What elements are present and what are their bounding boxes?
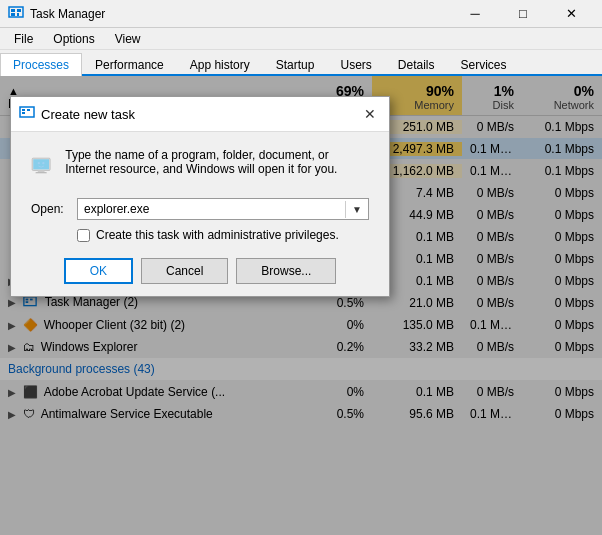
pc-icon — [31, 148, 51, 184]
checkbox-row: Create this task with administrative pri… — [31, 228, 369, 242]
dialog-open-row: Open: ▼ — [31, 198, 369, 220]
close-button[interactable]: ✕ — [548, 3, 594, 25]
dialog-title-bar: Create new task ✕ — [11, 97, 389, 132]
tab-bar: Processes Performance App history Startu… — [0, 50, 602, 76]
svg-rect-14 — [33, 159, 49, 169]
svg-rect-3 — [11, 13, 15, 16]
svg-rect-15 — [38, 171, 45, 173]
tab-services[interactable]: Services — [448, 53, 520, 76]
dialog-title: Create new task — [41, 107, 135, 122]
cancel-button[interactable]: Cancel — [141, 258, 228, 284]
create-task-dialog: Create new task ✕ — [10, 96, 390, 297]
tab-users[interactable]: Users — [327, 53, 384, 76]
tab-app-history[interactable]: App history — [177, 53, 263, 76]
ok-button[interactable]: OK — [64, 258, 133, 284]
svg-rect-1 — [11, 9, 15, 12]
open-input-wrap: ▼ — [77, 198, 369, 220]
dialog-icon-row: Type the name of a program, folder, docu… — [31, 148, 369, 184]
open-input[interactable] — [78, 199, 345, 219]
app-title: Task Manager — [30, 7, 105, 21]
menu-options[interactable]: Options — [45, 30, 102, 48]
tab-startup[interactable]: Startup — [263, 53, 328, 76]
tab-performance[interactable]: Performance — [82, 53, 177, 76]
main-area: ▲ Name Status 69% CPU 90% Memory 1% Disk… — [0, 76, 602, 535]
svg-rect-10 — [22, 109, 25, 111]
dialog-icon — [19, 106, 35, 122]
maximize-button[interactable]: □ — [500, 3, 546, 25]
tab-details[interactable]: Details — [385, 53, 448, 76]
svg-rect-12 — [22, 112, 25, 114]
open-label: Open: — [31, 202, 69, 216]
title-bar: Task Manager ─ □ ✕ — [0, 0, 602, 28]
browse-button[interactable]: Browse... — [236, 258, 336, 284]
dialog-close-button[interactable]: ✕ — [359, 103, 381, 125]
svg-point-17 — [38, 162, 40, 164]
open-dropdown-button[interactable]: ▼ — [345, 201, 368, 218]
svg-point-18 — [42, 162, 44, 164]
dialog-overlay: Create new task ✕ — [0, 76, 602, 535]
svg-rect-4 — [17, 13, 19, 16]
window-controls: ─ □ ✕ — [452, 3, 594, 25]
svg-rect-16 — [36, 172, 47, 173]
dialog-body: Type the name of a program, folder, docu… — [11, 132, 389, 296]
dialog-description: Type the name of a program, folder, docu… — [65, 148, 369, 176]
svg-rect-2 — [17, 9, 21, 12]
menu-bar: File Options View — [0, 28, 602, 50]
minimize-button[interactable]: ─ — [452, 3, 498, 25]
menu-file[interactable]: File — [6, 30, 41, 48]
svg-rect-11 — [27, 109, 30, 111]
admin-checkbox[interactable] — [77, 229, 90, 242]
checkbox-label: Create this task with administrative pri… — [96, 228, 339, 242]
dialog-buttons: OK Cancel Browse... — [31, 258, 369, 284]
tab-processes[interactable]: Processes — [0, 53, 82, 76]
menu-view[interactable]: View — [107, 30, 149, 48]
app-icon — [8, 6, 24, 22]
